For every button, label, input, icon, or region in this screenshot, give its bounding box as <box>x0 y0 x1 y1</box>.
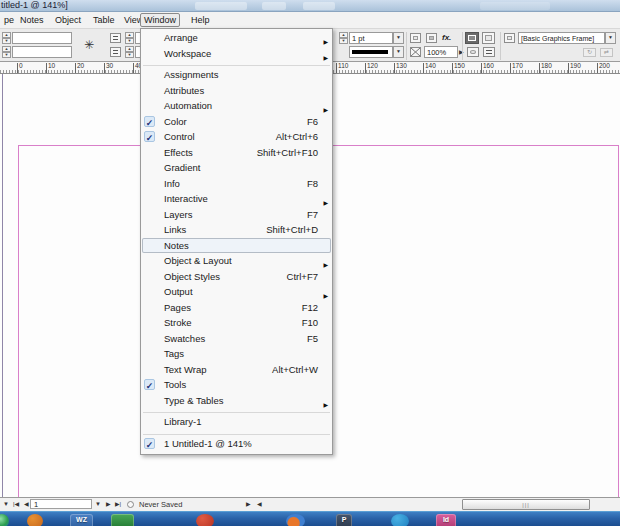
menu-item-interactive[interactable]: Interactive <box>141 191 332 207</box>
previous-page-icon[interactable] <box>24 501 29 508</box>
menubar-item-help[interactable]: Help <box>188 13 213 27</box>
object-style-icon[interactable] <box>504 33 515 43</box>
app-orange-icon[interactable] <box>27 514 43 526</box>
menubar-item-type-partial[interactable]: pe <box>1 13 17 27</box>
ruler-number: 190 <box>570 63 581 70</box>
menu-item-gradient[interactable]: Gradient <box>141 160 332 176</box>
menu-item-object-layout[interactable]: Object & Layout <box>141 253 332 269</box>
scroll-right-icon[interactable] <box>246 501 251 508</box>
preflight-icon[interactable] <box>127 501 134 508</box>
spreadsheet-icon[interactable] <box>111 514 134 526</box>
windows-taskbar: WZPId <box>0 511 620 526</box>
first-page-icon[interactable] <box>13 501 19 508</box>
height-stepper[interactable] <box>125 46 134 59</box>
firefox-icon[interactable] <box>286 514 305 526</box>
page-number-field[interactable]: 1 <box>30 499 92 509</box>
opacity-field[interactable]: 100% <box>424 46 458 58</box>
menu-item-text-wrap[interactable]: Text WrapAlt+Ctrl+W <box>141 362 332 378</box>
menu-item-accel: F5 <box>307 333 318 344</box>
ruler-number: 30 <box>106 63 113 70</box>
menu-item-workspace[interactable]: Workspace <box>141 46 332 62</box>
menu-item-accel: F6 <box>307 116 318 127</box>
margin-guide-right <box>618 145 619 497</box>
scale-y-icon[interactable] <box>110 47 121 57</box>
menubar-item-notes[interactable]: Notes <box>17 13 47 27</box>
x-position-field[interactable] <box>12 32 72 44</box>
y-position-field[interactable] <box>12 46 72 58</box>
stroke-swatch <box>352 50 388 54</box>
scale-x-icon[interactable] <box>110 33 121 43</box>
title-bar[interactable]: titled-1 @ 141%] <box>0 0 620 12</box>
menu-item-label: 1 Untitled-1 @ 141% <box>164 438 252 449</box>
scroll-left-icon[interactable] <box>257 501 262 508</box>
center-content-icon[interactable] <box>467 47 479 57</box>
constrain-proportions-icon[interactable]: ✳ <box>84 38 94 52</box>
menu-item-output[interactable]: Output <box>141 284 332 300</box>
menubar-item-window[interactable]: Window <box>140 13 180 27</box>
menu-item-label: Object Styles <box>164 271 220 282</box>
menu-item-assignments[interactable]: Assignments <box>141 67 332 83</box>
menu-item-automation[interactable]: Automation <box>141 98 332 114</box>
stroke-weight-dropdown-icon[interactable] <box>393 32 404 44</box>
stroke-weight-field[interactable]: 1 pt <box>349 32 393 44</box>
fit-content-button-active[interactable] <box>465 32 479 44</box>
window-title: titled-1 @ 141%] <box>1 0 68 10</box>
stroke-weight-stepper[interactable] <box>339 32 348 45</box>
menu-item-effects[interactable]: EffectsShift+Ctrl+F10 <box>141 145 332 161</box>
menu-item-color[interactable]: ColorF6 <box>141 114 332 130</box>
menu-item-swatches[interactable]: SwatchesF5 <box>141 331 332 347</box>
spinner-down-icon[interactable] <box>339 38 348 44</box>
menu-item-arrange[interactable]: Arrange <box>141 30 332 46</box>
justify-icon[interactable] <box>483 47 495 57</box>
spinner-down-icon[interactable] <box>125 38 134 44</box>
frame-style-field[interactable]: [Basic Graphics Frame] <box>518 32 605 44</box>
titlebar-highlight <box>195 2 247 10</box>
width-stepper[interactable] <box>125 32 134 45</box>
menu-item-layers[interactable]: LayersF7 <box>141 207 332 223</box>
browser-red-icon[interactable] <box>196 514 214 526</box>
menu-item-pages[interactable]: PagesF12 <box>141 300 332 316</box>
menu-item-1-untitled-1-141[interactable]: 1 Untitled-1 @ 141% <box>141 436 332 452</box>
x-position-stepper[interactable] <box>2 32 11 45</box>
stroke-type-dropdown-icon[interactable] <box>393 46 404 58</box>
indesign-icon[interactable]: Id <box>436 514 456 526</box>
frame-style-dropdown-icon[interactable] <box>605 32 616 44</box>
spinner-down-icon[interactable] <box>2 52 11 58</box>
flip-icon[interactable]: ⇄ <box>600 48 613 57</box>
page-list-dropdown-icon[interactable] <box>95 501 101 508</box>
menu-item-notes[interactable]: Notes <box>142 238 331 254</box>
app-p-icon[interactable]: P <box>336 514 352 526</box>
menu-item-attributes[interactable]: Attributes <box>141 83 332 99</box>
menu-separator <box>143 408 330 413</box>
gradient-icon[interactable] <box>426 33 437 43</box>
rotate-icon[interactable]: ↻ <box>583 48 596 57</box>
menu-item-tags[interactable]: Tags <box>141 346 332 362</box>
menu-item-tools[interactable]: Tools <box>141 377 332 393</box>
menu-item-type-tables[interactable]: Type & Tables <box>141 393 332 409</box>
status-dropdown-icon[interactable] <box>3 501 9 508</box>
menu-item-accel: Alt+Ctrl+6 <box>276 131 318 142</box>
spinner-down-icon[interactable] <box>125 52 134 58</box>
menu-item-object-styles[interactable]: Object StylesCtrl+F7 <box>141 269 332 285</box>
fit-frame-button[interactable] <box>482 32 495 44</box>
horizontal-scrollbar-thumb[interactable]: ||| <box>462 499 590 510</box>
menu-item-control[interactable]: ControlAlt+Ctrl+6 <box>141 129 332 145</box>
drop-shadow-icon[interactable] <box>410 33 421 43</box>
y-position-stepper[interactable] <box>2 46 11 59</box>
transparency-none-icon[interactable] <box>410 47 421 57</box>
app-blue-icon[interactable] <box>391 514 409 526</box>
ruler-number: 130 <box>396 63 407 70</box>
start-orb-icon[interactable] <box>0 514 9 526</box>
winzip-icon[interactable]: WZ <box>70 514 93 526</box>
menu-item-library-1[interactable]: Library-1 <box>141 414 332 430</box>
menubar-item-object[interactable]: Object <box>52 13 84 27</box>
menu-item-info[interactable]: InfoF8 <box>141 176 332 192</box>
spinner-down-icon[interactable] <box>2 38 11 44</box>
effects-icon[interactable]: fx. <box>442 33 451 42</box>
menu-item-stroke[interactable]: StrokeF10 <box>141 315 332 331</box>
stroke-type-field[interactable] <box>349 46 393 58</box>
menu-item-links[interactable]: LinksShift+Ctrl+D <box>141 222 332 238</box>
last-page-icon[interactable] <box>115 501 121 508</box>
menubar-item-table[interactable]: Table <box>90 13 118 27</box>
next-page-icon[interactable] <box>106 501 111 508</box>
